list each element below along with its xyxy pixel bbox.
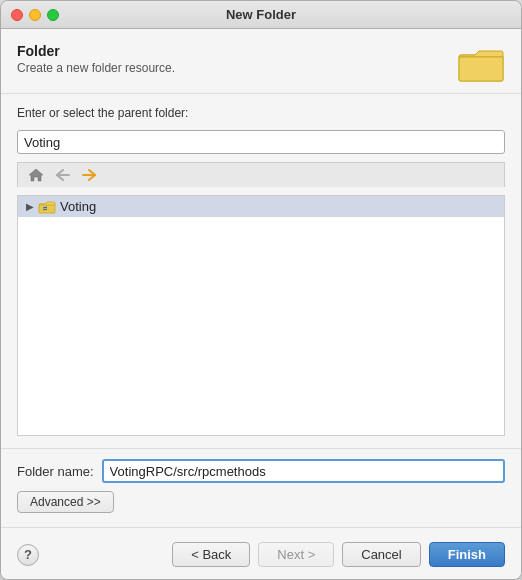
bottom-section: Folder name: Advanced >>: [1, 448, 521, 521]
forward-nav-button[interactable]: [78, 167, 100, 183]
new-folder-dialog: New Folder Folder Create a new folder re…: [0, 0, 522, 580]
tree-folder-icon: ⇄: [38, 199, 56, 214]
title-bar: New Folder: [1, 1, 521, 29]
svg-text:⇄: ⇄: [43, 205, 47, 211]
footer-right: < Back Next > Cancel Finish: [172, 542, 505, 567]
back-button[interactable]: < Back: [172, 542, 250, 567]
finish-button[interactable]: Finish: [429, 542, 505, 567]
header-text: Folder Create a new folder resource.: [17, 43, 175, 75]
svg-marker-2: [29, 169, 43, 181]
tree-item[interactable]: ▶ ⇄ Voting: [18, 196, 504, 217]
folder-name-row: Folder name:: [17, 459, 505, 483]
parent-folder-label: Enter or select the parent folder:: [17, 106, 505, 120]
close-button[interactable]: [11, 9, 23, 21]
parent-folder-input[interactable]: [17, 130, 505, 154]
maximize-button[interactable]: [47, 9, 59, 21]
section-title: Folder: [17, 43, 175, 59]
tree-area[interactable]: ▶ ⇄ Voting: [17, 195, 505, 436]
advanced-button[interactable]: Advanced >>: [17, 491, 114, 513]
home-nav-button[interactable]: [24, 166, 48, 184]
window-controls: [11, 9, 59, 21]
section-description: Create a new folder resource.: [17, 61, 175, 75]
footer-left: ?: [17, 544, 39, 566]
main-section: Enter or select the parent folder:: [1, 94, 521, 448]
home-icon: [28, 168, 44, 182]
header-section: Folder Create a new folder resource.: [1, 29, 521, 94]
next-button[interactable]: Next >: [258, 542, 334, 567]
back-nav-button[interactable]: [52, 167, 74, 183]
folder-name-label: Folder name:: [17, 464, 94, 479]
footer-divider: [1, 527, 521, 528]
forward-icon: [82, 169, 96, 181]
footer: ? < Back Next > Cancel Finish: [1, 534, 521, 579]
tree-expand-arrow: ▶: [26, 201, 34, 212]
window-title: New Folder: [226, 7, 296, 22]
folder-icon-large: [457, 43, 505, 83]
tree-item-label: Voting: [60, 199, 96, 214]
dialog-content: Folder Create a new folder resource. Ent…: [1, 29, 521, 579]
nav-toolbar: [17, 162, 505, 187]
cancel-button[interactable]: Cancel: [342, 542, 420, 567]
minimize-button[interactable]: [29, 9, 41, 21]
back-icon: [56, 169, 70, 181]
help-button[interactable]: ?: [17, 544, 39, 566]
svg-rect-1: [459, 57, 503, 81]
folder-name-input[interactable]: [102, 459, 505, 483]
